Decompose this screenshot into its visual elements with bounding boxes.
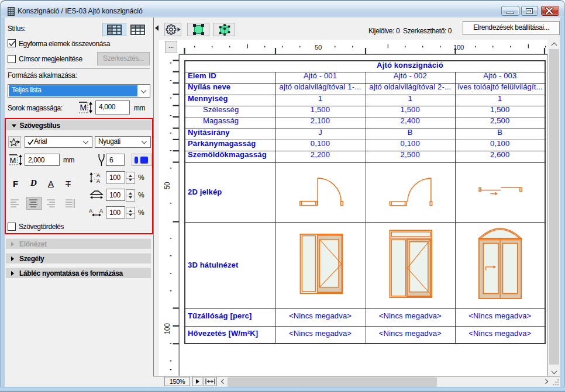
svg-text:50: 50 (315, 44, 322, 51)
svg-text:100: 100 (163, 323, 171, 335)
svg-text:50: 50 (163, 182, 171, 189)
